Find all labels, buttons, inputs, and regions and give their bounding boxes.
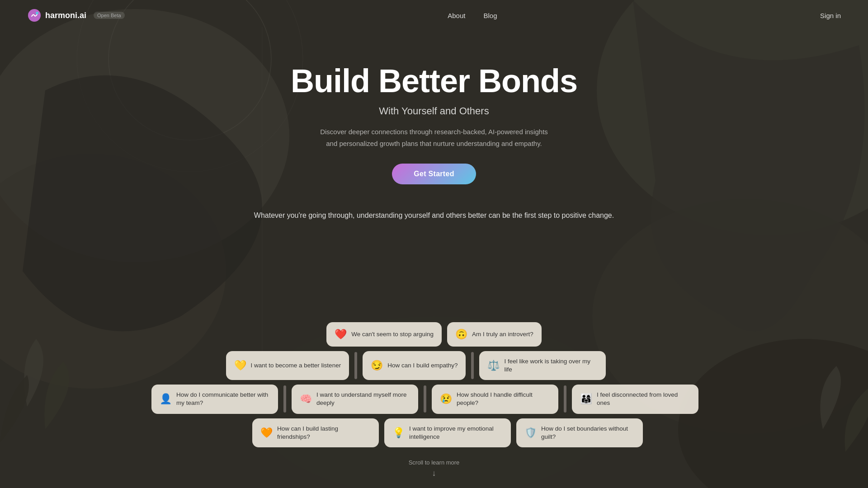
bulb-icon: 💡	[392, 427, 405, 439]
scroll-arrow-icon: ↓	[432, 469, 436, 478]
heart-icon: ❤️	[335, 328, 347, 340]
brain-icon: 🧠	[300, 393, 312, 405]
divider-2	[471, 352, 474, 379]
orange-heart-icon: 🧡	[260, 427, 273, 439]
tagline: Whatever you're going through, understan…	[254, 211, 614, 220]
card-understand-self-text: I want to understand myself more deeply	[316, 391, 410, 407]
logo-text: harmoni.ai	[45, 11, 86, 20]
cry-icon: 😢	[440, 393, 452, 405]
card-understand-self[interactable]: 🧠 I want to understand myself more deepl…	[292, 385, 418, 413]
card-introvert-text: Am I truly an introvert?	[472, 330, 533, 338]
card-introvert[interactable]: 🙃 Am I truly an introvert?	[447, 322, 542, 347]
svg-point-11	[36, 12, 38, 14]
card-communicate-text: How do I communicate better with my team…	[176, 391, 270, 407]
hero-section: Build Better Bonds With Yourself and Oth…	[0, 0, 868, 220]
scale-icon: ⚖️	[487, 360, 500, 371]
scroll-label: Scroll to learn more	[409, 459, 460, 466]
hero-title: Build Better Bonds	[291, 63, 577, 99]
person-icon: 👤	[160, 393, 172, 405]
card-empathy-text: How can I build empathy?	[387, 361, 458, 370]
card-disconnected-text: I feel disconnected from loved ones	[597, 391, 690, 407]
cards-row-3: 👤 How do I communicate better with my te…	[244, 385, 606, 413]
card-emotional-intelligence[interactable]: 💡 I want to improve my emotional intelli…	[384, 418, 511, 447]
card-empathy[interactable]: 😏 How can I build empathy?	[363, 351, 466, 380]
beta-badge: Open Beta	[94, 12, 125, 19]
divider-5	[564, 385, 566, 413]
family-icon: 👨‍👩‍👧	[580, 393, 592, 405]
signin-link[interactable]: Sign in	[820, 12, 841, 19]
cards-row-4: 🧡 How can I build lasting friendships? 💡…	[289, 418, 606, 447]
logo-icon	[27, 8, 42, 23]
card-friendships[interactable]: 🧡 How can I build lasting friendships?	[252, 418, 379, 447]
card-difficult-people[interactable]: 😢 How should I handle difficult people?	[432, 385, 558, 413]
logo[interactable]: harmoni.ai Open Beta	[27, 8, 125, 23]
navbar: harmoni.ai Open Beta About Blog Sign in	[0, 0, 868, 31]
cards-area: ❤️ We can't seem to stop arguing 🙃 Am I …	[262, 322, 606, 452]
nav-links: About Blog	[448, 12, 497, 19]
card-arguing[interactable]: ❤️ We can't seem to stop arguing	[326, 322, 442, 347]
shield-icon: 🛡️	[524, 427, 537, 439]
card-listener[interactable]: 💛 I want to become a better listener	[226, 351, 349, 380]
divider-4	[424, 385, 426, 413]
card-communicate[interactable]: 👤 How do I communicate better with my te…	[151, 385, 278, 413]
cards-row-1: ❤️ We can't seem to stop arguing 🙃 Am I …	[262, 322, 606, 347]
divider-3	[283, 385, 286, 413]
card-boundaries-text: How do I set boundaries without guilt?	[541, 425, 635, 441]
card-work-life[interactable]: ⚖️ I feel like work is taking over my li…	[479, 351, 606, 380]
card-boundaries[interactable]: 🛡️ How do I set boundaries without guilt…	[516, 418, 643, 447]
upside-smile-icon: 🙃	[455, 328, 467, 340]
nav-about[interactable]: About	[448, 12, 465, 19]
card-emotional-intelligence-text: I want to improve my emotional intellige…	[409, 425, 503, 441]
card-arguing-text: We can't seem to stop arguing	[351, 330, 434, 338]
smirk-icon: 😏	[371, 360, 383, 371]
nav-blog[interactable]: Blog	[483, 12, 497, 19]
card-listener-text: I want to become a better listener	[251, 361, 341, 370]
hero-subtitle: With Yourself and Others	[379, 105, 489, 117]
hero-description: Discover deeper connections through rese…	[316, 126, 552, 149]
card-disconnected[interactable]: 👨‍👩‍👧 I feel disconnected from loved one…	[572, 385, 698, 413]
divider-1	[354, 352, 357, 379]
card-friendships-text: How can I build lasting friendships?	[277, 425, 371, 441]
ribbon-icon: 💛	[234, 360, 246, 371]
card-work-life-text: I feel like work is taking over my life	[504, 357, 598, 374]
get-started-button[interactable]: Get Started	[392, 164, 476, 184]
card-difficult-people-text: How should I handle difficult people?	[457, 391, 550, 407]
cards-row-2: 💛 I want to become a better listener 😏 H…	[226, 351, 606, 380]
scroll-indicator: Scroll to learn more ↓	[409, 459, 460, 478]
